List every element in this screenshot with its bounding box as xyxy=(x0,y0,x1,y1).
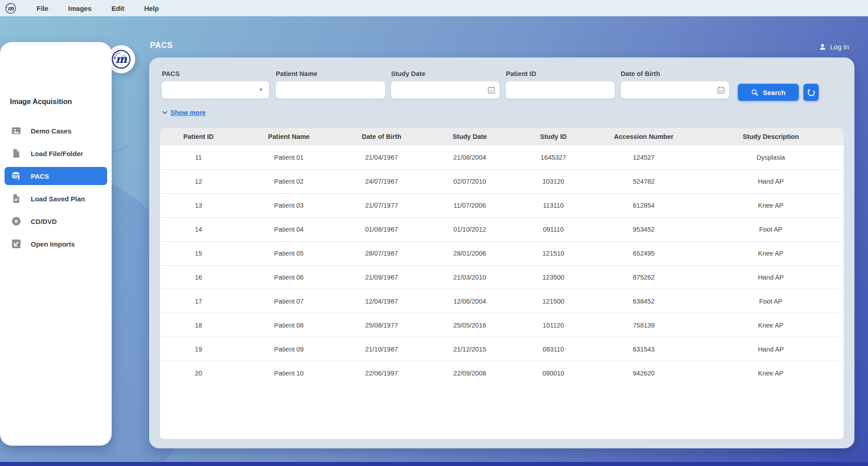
bottom-bar xyxy=(0,462,868,466)
refresh-icon xyxy=(807,88,816,97)
table-row[interactable]: 18Patient 0825/08/197725/05/201610112075… xyxy=(160,313,844,337)
patient-name-group: Patient Name xyxy=(276,70,385,99)
table-cell: Patient 07 xyxy=(237,298,341,305)
table-cell: Hand AP xyxy=(698,178,844,185)
sidebar-item-pacs[interactable]: PACS xyxy=(5,167,107,185)
patient-id-input[interactable] xyxy=(510,81,601,99)
table-cell: 121500 xyxy=(517,298,590,305)
study-date-field[interactable] xyxy=(391,81,500,99)
patient-id-group: Patient ID xyxy=(506,70,615,99)
refresh-button[interactable] xyxy=(803,84,819,101)
table-row[interactable]: 16Patient 0621/09/196721/03/201012350087… xyxy=(160,265,844,289)
table-cell: 524782 xyxy=(590,178,698,185)
import-icon xyxy=(11,238,22,249)
svg-text:m: m xyxy=(7,5,14,12)
pacs-select[interactable]: ▼ xyxy=(162,81,269,99)
table-cell: Patient 09 xyxy=(237,346,341,353)
table-row[interactable]: 11Patient 0121/04/196721/08/200416453271… xyxy=(160,145,844,169)
table-cell: 01/10/2012 xyxy=(422,226,517,233)
table-cell: 124527 xyxy=(590,154,698,161)
column-header: Accession Number xyxy=(590,133,698,140)
table-row[interactable]: 17Patient 0712/04/198712/06/200412150063… xyxy=(160,289,844,313)
table-cell: Knee AP xyxy=(698,202,844,209)
patient-name-input[interactable] xyxy=(280,81,372,99)
sidebar-item-label: Open Imports xyxy=(31,240,75,248)
sidebar-title: Image Acquisition xyxy=(10,98,72,106)
disc-icon xyxy=(11,216,22,227)
study-date-input[interactable] xyxy=(396,81,486,99)
menu-edit[interactable]: Edit xyxy=(112,5,124,12)
table-cell: Knee AP xyxy=(698,370,844,377)
patient-name-field[interactable] xyxy=(276,81,385,99)
table-row[interactable]: 12Patient 0224/07/196702/07/201010312052… xyxy=(160,169,844,193)
calendar-icon[interactable] xyxy=(717,86,726,95)
sidebar-item-demo-cases[interactable]: Demo Cases xyxy=(0,119,112,142)
search-button[interactable]: Search xyxy=(738,84,799,101)
table-cell: Foot AP xyxy=(698,298,844,305)
sidebar-item-label: Load File/Folder xyxy=(31,150,83,157)
table-row[interactable]: 19Patient 0921/10/198721/12/201508311063… xyxy=(160,337,844,361)
results-table: Patient IDPatient NameDate of BirthStudy… xyxy=(160,128,844,439)
table-cell: 638452 xyxy=(590,298,698,305)
table-row[interactable]: 14Patient 0401/08/196701/10/201209111095… xyxy=(160,217,844,241)
sidebar-item-load-file[interactable]: Load File/Folder xyxy=(0,142,112,165)
table-cell: Dysplasia xyxy=(698,154,844,161)
login-button[interactable]: Log In xyxy=(819,43,849,51)
table-cell: Hand AP xyxy=(698,346,844,353)
table-cell: 875262 xyxy=(590,274,698,281)
patient-id-field[interactable] xyxy=(506,81,615,99)
study-date-group: Study Date xyxy=(391,70,500,99)
pacs-select-group: PACS ▼ xyxy=(162,70,269,99)
table-cell: 21/03/2010 xyxy=(422,274,517,281)
table-cell: 953452 xyxy=(590,226,698,233)
table-cell: 14 xyxy=(160,226,237,233)
document-icon xyxy=(11,193,22,204)
table-cell: 612854 xyxy=(590,202,698,209)
table-cell: 1645327 xyxy=(517,154,590,161)
table-row[interactable]: 13Patient 0321/07/197711/07/200611311061… xyxy=(160,193,844,217)
menu-help[interactable]: Help xyxy=(144,5,159,12)
menubar: m File Images Edit Help xyxy=(0,0,868,16)
table-cell: 21/04/1967 xyxy=(341,154,422,161)
svg-text:m: m xyxy=(116,52,127,66)
pacs-database-icon xyxy=(11,171,22,181)
chevron-down-icon xyxy=(161,109,169,116)
page-title: PACS xyxy=(150,41,173,50)
menu-file[interactable]: File xyxy=(37,5,48,12)
table-cell: 21/10/1987 xyxy=(341,346,422,353)
table-row[interactable]: 20Patient 1022/06/199722/09/200809001094… xyxy=(160,361,844,385)
sidebar-item-open-imports[interactable]: Open Imports xyxy=(0,233,112,255)
sidebar-item-cd-dvd[interactable]: CD/DVD xyxy=(0,210,112,233)
patient-name-label: Patient Name xyxy=(276,70,385,77)
table-cell: Patient 04 xyxy=(237,226,341,233)
search-icon xyxy=(751,89,759,96)
table-cell: 758139 xyxy=(590,322,698,329)
application-window: m File Images Edit Help PACS Log In Imag… xyxy=(0,0,868,466)
app-logo-icon: m xyxy=(5,2,17,14)
table-cell: 123500 xyxy=(517,274,590,281)
table-cell: 22/09/2008 xyxy=(422,370,517,377)
column-header: Study Description xyxy=(698,133,844,140)
calendar-icon[interactable] xyxy=(487,86,496,95)
menu-images[interactable]: Images xyxy=(68,5,92,12)
table-row[interactable]: 15Patient 0528/07/198728/01/200612151065… xyxy=(160,241,844,265)
table-cell: Patient 01 xyxy=(237,154,341,161)
sidebar-item-load-saved-plan[interactable]: Load Saved Plan xyxy=(0,187,112,210)
date-of-birth-group: Date of Birth xyxy=(621,70,729,99)
show-more-link[interactable]: Show more xyxy=(161,109,206,116)
table-cell: 113110 xyxy=(517,202,590,209)
table-cell: 21/07/1977 xyxy=(341,202,422,209)
study-date-label: Study Date xyxy=(391,70,500,77)
sidebar-item-label: Demo Cases xyxy=(31,127,71,135)
column-header: Patient ID xyxy=(160,133,237,140)
dropdown-caret-icon: ▼ xyxy=(259,87,264,92)
date-of-birth-input[interactable] xyxy=(625,81,716,99)
table-cell: 083110 xyxy=(517,346,590,353)
sidebar-item-label: PACS xyxy=(31,172,49,180)
date-of-birth-field[interactable] xyxy=(621,81,729,99)
table-cell: 28/01/2006 xyxy=(422,250,517,257)
pacs-select-value[interactable] xyxy=(166,81,255,99)
column-header: Study ID xyxy=(517,133,590,140)
table-cell: 28/07/1987 xyxy=(341,250,422,257)
login-label: Log In xyxy=(830,43,849,51)
